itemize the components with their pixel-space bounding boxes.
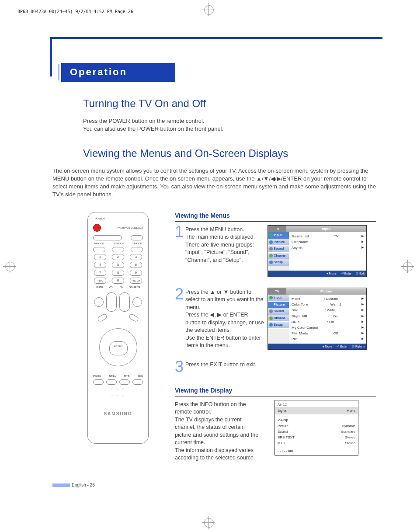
display-text: Press the INFO button on the remote cont… [175, 400, 262, 462]
step-number-1: 1 [175, 225, 185, 238]
body-p1: Press the POWER button on the remote con… [83, 117, 380, 133]
step-text-3: Press the EXIT button to exit. [185, 360, 264, 369]
step-number-2: 2 [175, 288, 185, 301]
heading-turning-on: Turning the TV On and Off [83, 96, 380, 111]
subheading-viewing-menus: Viewing the Menus [175, 212, 376, 222]
print-header: BP68-00423A-00(24~45) 9/2/04 4:52 PM Pag… [17, 9, 133, 15]
brand-logo: SAMSUNG [92, 411, 144, 417]
osd-picture-menu: TVPicture Input Picture Sound Channel Se… [268, 288, 367, 350]
step-text-2: Press the ▲ or ▼ button to select to an … [185, 288, 264, 350]
body-p2: The on-screen menu system allows you to … [52, 167, 376, 199]
step-text-1: Press the MENU button. The main menu is … [185, 225, 264, 264]
page-footer: English - 26 [52, 482, 95, 488]
page-frame: Operation [50, 37, 382, 82]
remote-illustration: POWER TV STB VCR CABLE DVD P.MODES.MODEM… [87, 212, 149, 444]
step-number-3: 3 [175, 360, 185, 373]
mute-icon [94, 297, 104, 307]
info-display: Air 12 SignalMono V-Chip PictureDynamic … [275, 400, 358, 456]
osd-input-menu: TVInput Input Picture Sound Channel Setu… [268, 225, 367, 277]
power-button-icon [93, 224, 101, 232]
subheading-viewing-display: Viewing the Display [175, 386, 376, 396]
section-title: Operation [61, 63, 175, 82]
dpad-icon: ENTER [99, 328, 137, 366]
heading-viewing-menus: Viewing the Menus and On-Screen Displays [83, 146, 380, 161]
